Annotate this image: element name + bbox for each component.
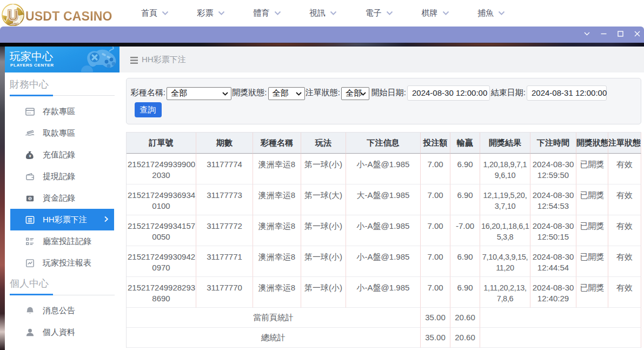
svg-text:U: U (8, 8, 18, 24)
svg-text:$: $ (29, 196, 31, 200)
svg-text:CASINO: CASINO (7, 22, 19, 25)
